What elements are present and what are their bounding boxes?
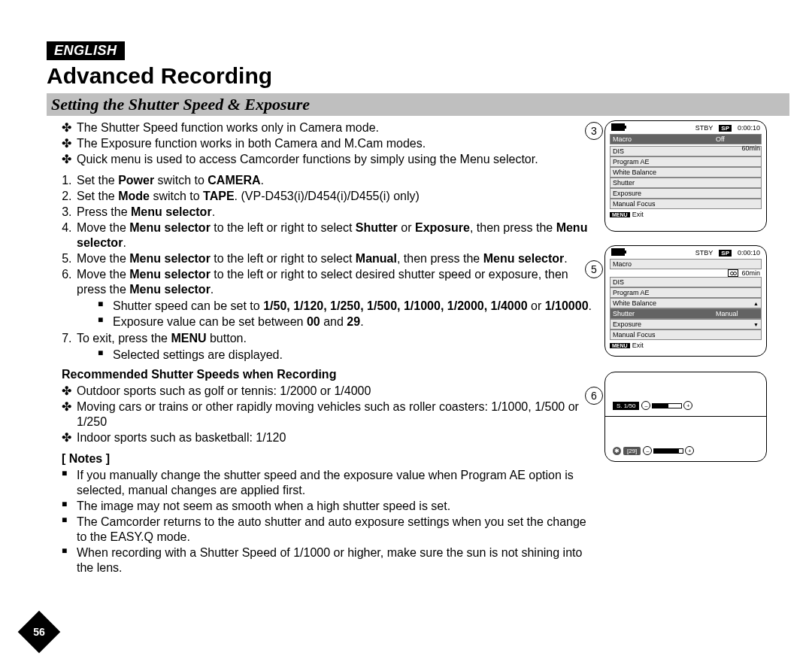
callout-6: 6 xyxy=(585,387,603,405)
language-tab: ENGLISH xyxy=(47,41,125,60)
substep: Shutter speed can be set to 1/50, 1/120,… xyxy=(98,299,597,314)
menu-item-program-ae: Program AE xyxy=(610,156,762,167)
menu-item-white-balance: White Balance xyxy=(610,298,762,308)
menu-item-dis: DIS xyxy=(610,277,762,287)
intro-item: The Shutter Speed function works only in… xyxy=(62,120,597,135)
step: Press the Menu selector. xyxy=(75,205,597,220)
rec-item: Indoor sports such as basketball: 1/120 xyxy=(62,430,597,445)
exit-label: Exit xyxy=(632,211,644,218)
menu-item-dis: DIS xyxy=(610,146,762,156)
plus-icon: + xyxy=(685,446,694,455)
status-time: 0:00:10 xyxy=(738,124,760,132)
menu-item-macro: MacroOff xyxy=(610,134,762,144)
exit-label: Exit xyxy=(632,342,644,349)
menu-item-manual-focus: Manual Focus xyxy=(610,329,762,340)
intro-item: The Exposure function works in both Came… xyxy=(62,136,597,151)
menu-button-icon: MENU xyxy=(610,212,630,217)
callout-5: 5 xyxy=(585,260,603,278)
step: Move the Menu selector to the left or ri… xyxy=(75,220,597,251)
menu-item-manual-focus: Manual Focus xyxy=(610,199,762,209)
illustration-column: 3 STBY SP 0:00:10 MacroOff 60min xyxy=(604,119,789,577)
recommended-heading: Recommended Shutter Speeds when Recordin… xyxy=(62,367,597,382)
step: Set the Power switch to CAMERA. xyxy=(75,173,597,188)
lcd-panel-step3: STBY SP 0:00:10 MacroOff 60min DIS Progr… xyxy=(604,120,767,232)
menu-item-shutter: ShutterManual xyxy=(610,308,762,319)
rec-item: Outdoor sports such as golf or tennis: 1… xyxy=(62,384,597,399)
rec-item: Moving cars or trains or other rapidly m… xyxy=(62,399,597,430)
page-title: Advanced Recording xyxy=(47,63,789,89)
substep: Selected settings are displayed. xyxy=(98,348,597,363)
menu-item-exposure: Exposure xyxy=(610,188,762,199)
status-time: 0:00:10 xyxy=(738,249,760,257)
status-stby: STBY xyxy=(695,249,714,257)
menu-item-macro: Macro xyxy=(610,259,762,269)
note-item: The Camcorder returns to the auto shutte… xyxy=(62,515,597,545)
tape-icon xyxy=(728,269,738,277)
substep: Exposure value can be set between 00 and… xyxy=(98,314,597,329)
minus-icon: – xyxy=(641,401,650,410)
menu-item-white-balance: White Balance xyxy=(610,167,762,178)
arrow-down-icon xyxy=(753,320,759,329)
step: Set the Mode switch to TAPE. (VP-D453(i)… xyxy=(75,189,597,204)
shutter-value: S. 1/50 xyxy=(613,402,639,410)
minus-icon: – xyxy=(643,446,652,455)
status-sp: SP xyxy=(719,125,732,132)
exposure-display: ✱ [29] – + xyxy=(605,417,766,461)
status-stby: STBY xyxy=(695,124,714,132)
notes-heading: [ Notes ] xyxy=(62,451,597,466)
exposure-value: [29] xyxy=(623,447,641,455)
plus-icon: + xyxy=(683,401,692,410)
step: To exit, press the MENU button. Selected… xyxy=(75,331,597,363)
callout-3: 3 xyxy=(585,122,603,140)
body-text: The Shutter Speed function works only in… xyxy=(47,119,597,577)
intro-item: Quick menu is used to access Camcorder f… xyxy=(62,152,597,167)
note-item: The image may not seem as smooth when a … xyxy=(62,499,597,514)
battery-icon xyxy=(611,123,625,131)
exposure-slider: – + xyxy=(643,446,694,455)
procedure-steps: Set the Power switch to CAMERA. Set the … xyxy=(62,173,597,363)
section-heading: Setting the Shutter Speed & Exposure xyxy=(47,93,789,116)
remaining-time: 60min xyxy=(741,144,760,152)
status-sp: SP xyxy=(719,250,732,257)
menu-item-program-ae: Program AE xyxy=(610,287,762,298)
exposure-icon: ✱ xyxy=(613,447,621,455)
battery-icon xyxy=(611,248,625,256)
arrow-up-icon xyxy=(753,299,759,308)
lcd-panel-step5: STBY SP 0:00:10 Macro 60min DIS Program … xyxy=(604,245,767,357)
menu-item-exposure: Exposure xyxy=(610,319,762,329)
shutter-display: S. 1/50 – + xyxy=(605,372,766,417)
menu-button-icon: MENU xyxy=(610,343,630,348)
step: Move the Menu selector to the left or ri… xyxy=(75,251,597,266)
lcd-panel-step6: S. 1/50 – + ✱ [29] xyxy=(604,372,767,462)
page-number-badge: 56 xyxy=(24,617,54,647)
shutter-slider: – + xyxy=(641,401,692,410)
step: Move the Menu selector to the left or ri… xyxy=(75,267,597,329)
menu-item-shutter: Shutter xyxy=(610,178,762,188)
note-item: If you manually change the shutter speed… xyxy=(62,468,597,498)
remaining-time: 60min xyxy=(741,269,760,277)
note-item: When recording with a Shutter Speed of 1… xyxy=(62,545,597,575)
